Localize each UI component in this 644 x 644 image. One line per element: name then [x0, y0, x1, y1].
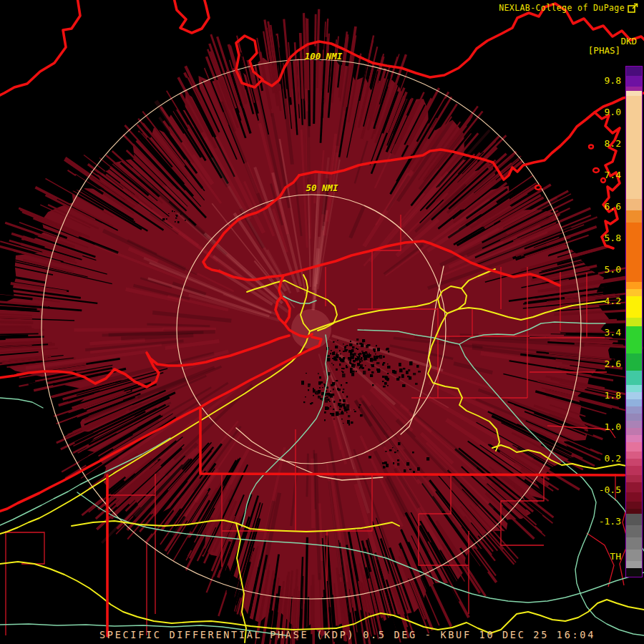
colorbar-segment: [626, 459, 642, 466]
product-units: [PHAS]: [588, 45, 620, 56]
colorbar-segment: [626, 509, 642, 514]
colorbar-segment: [626, 371, 642, 385]
colorbar-segment: [626, 399, 642, 406]
colorbar-segment: [626, 452, 642, 459]
colorbar-segment: [626, 76, 642, 87]
colorbar-segment: [626, 537, 642, 550]
colorbar-tick-label: -1.3: [599, 516, 621, 527]
colorbar-segment: [626, 525, 642, 537]
radar-map: [0, 0, 644, 644]
colorbar-segment: [626, 223, 642, 282]
colorbar-segment: [626, 199, 642, 210]
colorbar-tick-label: 2.6: [605, 358, 621, 369]
colorbar-segment: [626, 561, 642, 568]
colorbar-tick-label: 1.8: [605, 390, 621, 401]
colorbar-segment: [626, 482, 642, 492]
colorbar-tick-label: 0.2: [605, 453, 621, 464]
colorbar-tick-label: 9.0: [605, 107, 621, 117]
colorbar-tick-label: -0.5: [599, 484, 621, 495]
colorbar-segment: [626, 406, 642, 414]
colorbar-tick-label: 4.2: [605, 296, 621, 306]
colorbar-segment: [626, 435, 642, 442]
colorbar-tick-label: 8.2: [605, 138, 621, 149]
colorbar-segment: [626, 296, 642, 318]
colorbar-tick-label: 5.0: [605, 264, 621, 275]
range-ring-50nmi-label: 50 NMI: [306, 182, 338, 193]
colorbar-segment: [626, 91, 642, 96]
colorbar-segment: [626, 475, 642, 482]
colorbar-segment: [626, 67, 642, 76]
colorbar-segment: [626, 210, 642, 223]
colorbar: [625, 66, 643, 577]
colorbar-segment: [626, 326, 642, 353]
colorbar-tick-label: 6.6: [605, 201, 621, 212]
colorbar-segment: [626, 385, 642, 392]
colorbar-segment: [626, 282, 642, 289]
colorbar-tick-label: 5.8: [605, 233, 621, 243]
colorbar-segment: [626, 514, 642, 525]
external-link-icon[interactable]: [628, 3, 638, 13]
colorbar-threshold-label: TH: [610, 551, 621, 562]
colorbar-segment: [626, 442, 642, 452]
app-title: NEXLAB-College of DuPage: [499, 3, 625, 13]
colorbar-segment: [626, 502, 642, 509]
colorbar-tick-label: 1.0: [605, 421, 621, 432]
colorbar-segment: [626, 96, 642, 199]
colorbar-segment: [626, 414, 642, 421]
colorbar-tick-label: 7.4: [605, 170, 621, 180]
colorbar-tick-label: 3.4: [605, 327, 621, 338]
colorbar-segment: [626, 353, 642, 371]
range-ring-100nmi-label: 100 NMI: [305, 51, 343, 62]
colorbar-segment: [626, 392, 642, 399]
colorbar-segment: [626, 550, 642, 561]
colorbar-segment: [626, 568, 642, 577]
colorbar-segment: [626, 318, 642, 326]
product-code: DKD: [620, 36, 637, 47]
status-bar: SPECIFIC DIFFERENTIAL PHASE (KDP) 0.5 DE…: [99, 629, 595, 640]
colorbar-segment: [626, 421, 642, 428]
colorbar-segment: [626, 428, 642, 435]
colorbar-segment: [626, 466, 642, 475]
colorbar-segment: [626, 492, 642, 502]
radar-viewer: NEXLAB-College of DuPage DKD [PHAS] 9.89…: [0, 0, 644, 644]
colorbar-tick-label: 9.8: [605, 75, 621, 86]
colorbar-segment: [626, 289, 642, 296]
